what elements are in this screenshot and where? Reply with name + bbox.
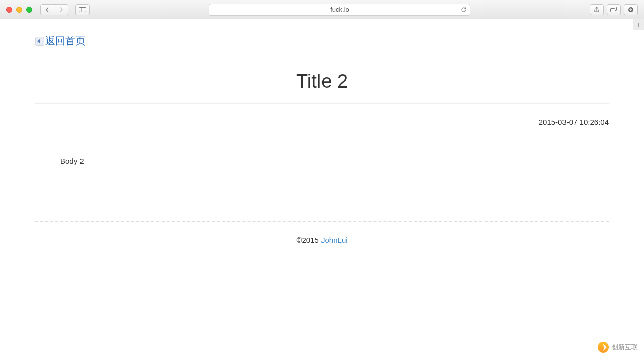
footer: ©2015 JohnLui [35, 236, 609, 244]
address-bar-url: fuck.io [330, 6, 349, 13]
back-home-link[interactable]: 返回首页 [35, 34, 86, 48]
body-text: Body 2 [60, 157, 609, 165]
minimize-window-button[interactable] [16, 7, 22, 13]
author-link[interactable]: JohnLui [321, 236, 348, 244]
new-tab-button[interactable]: + [633, 19, 644, 30]
downloads-button[interactable] [624, 4, 638, 15]
browser-chrome: fuck.io [0, 0, 644, 19]
close-window-button[interactable] [6, 7, 12, 13]
back-arrow-icon [35, 37, 44, 46]
sidebar-toggle-button[interactable] [75, 4, 90, 15]
back-button[interactable] [40, 4, 54, 15]
forward-button[interactable] [54, 4, 68, 15]
tabs-button[interactable] [607, 4, 621, 15]
back-link-text: 返回首页 [45, 34, 86, 48]
reload-icon[interactable] [461, 7, 467, 13]
title-divider [35, 103, 609, 104]
copyright-text: ©2015 [296, 236, 321, 244]
address-bar[interactable]: fuck.io [209, 4, 470, 16]
timestamp: 2015-03-07 10:26:04 [35, 118, 609, 126]
traffic-lights [6, 7, 32, 13]
share-button[interactable] [590, 4, 604, 15]
nav-buttons [40, 4, 68, 15]
page-content: 返回首页 Title 2 2015-03-07 10:26:04 Body 2 … [0, 19, 644, 244]
svg-rect-0 [79, 7, 86, 12]
toolbar-right [590, 4, 638, 15]
svg-rect-3 [611, 9, 615, 12]
page-title: Title 2 [35, 70, 609, 92]
dashed-divider [35, 221, 609, 222]
fullscreen-window-button[interactable] [26, 7, 32, 13]
